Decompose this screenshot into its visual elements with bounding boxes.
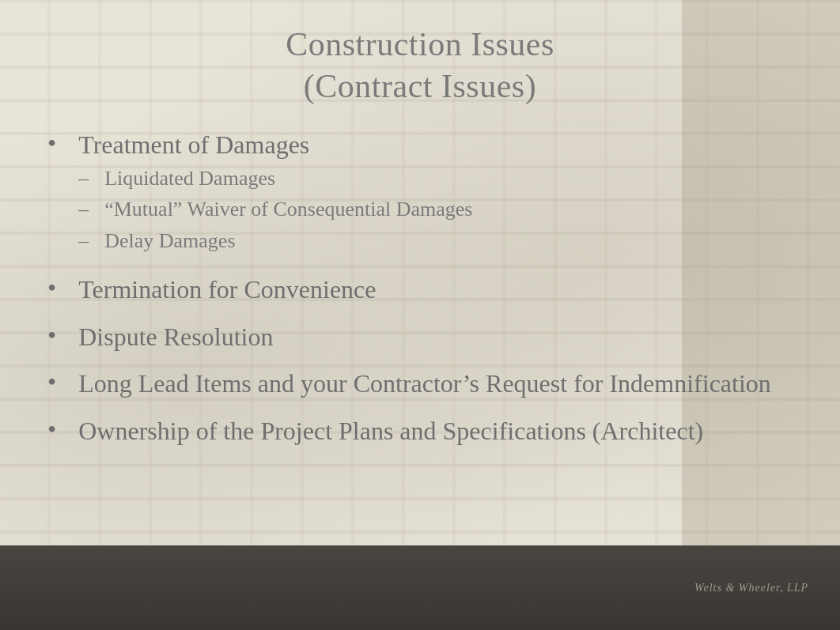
- bullet-text-treatment: Treatment of Damages – Liquidated Damage…: [78, 129, 793, 259]
- bullet-dot-dispute: •: [47, 319, 56, 353]
- bottom-firm-name: Welts & Wheeler, LLP: [694, 582, 808, 594]
- sub-item-liquidated: – Liquidated Damages: [78, 165, 793, 192]
- bullet-list: • Treatment of Damages – Liquidated Dama…: [47, 129, 793, 530]
- bullet-item-long-lead: • Long Lead Items and your Contractor’s …: [47, 368, 793, 401]
- bullet-item-termination: • Termination for Convenience: [47, 274, 793, 307]
- title-line2: (Contract Issues): [304, 68, 536, 104]
- sub-dash-delay-damages: –: [78, 228, 89, 255]
- bullet-item-ownership: • Ownership of the Project Plans and Spe…: [47, 415, 793, 448]
- sub-dash-liquidated: –: [78, 165, 89, 192]
- bullet-item-dispute: • Dispute Resolution: [47, 321, 793, 354]
- bullet-item-treatment: • Treatment of Damages – Liquidated Dama…: [47, 129, 793, 259]
- title-line1: Construction Issues: [286, 26, 554, 62]
- bullet-dot-termination: •: [47, 272, 56, 305]
- slide-title: Construction Issues (Contract Issues): [47, 24, 793, 107]
- slide-container: Construction Issues (Contract Issues) • …: [0, 0, 840, 630]
- bullet-dot-treatment: •: [47, 127, 56, 160]
- sub-item-mutual-waiver: – “Mutual” Waiver of Consequential Damag…: [78, 196, 793, 223]
- main-content: Construction Issues (Contract Issues) • …: [0, 0, 840, 545]
- sub-list-treatment: – Liquidated Damages – “Mutual” Waiver o…: [78, 165, 793, 255]
- bottom-bar: Welts & Wheeler, LLP: [0, 545, 840, 630]
- sub-dash-mutual-waiver: –: [78, 196, 89, 223]
- bullet-dot-long-lead: •: [47, 366, 56, 399]
- bullet-dot-ownership: •: [47, 413, 56, 447]
- sub-item-delay-damages: – Delay Damages: [78, 228, 793, 255]
